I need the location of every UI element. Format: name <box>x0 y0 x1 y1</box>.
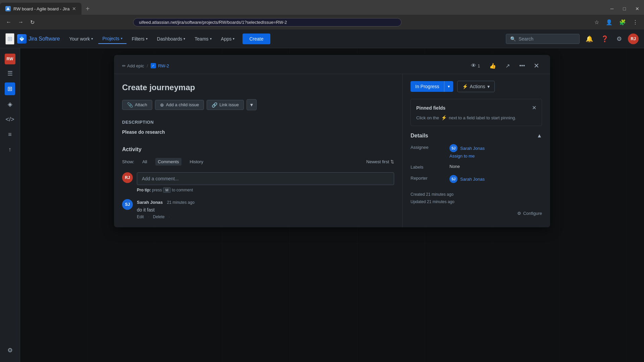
share-icon: ↗ <box>505 63 510 69</box>
issue-type-icon: ✓ <box>151 63 156 68</box>
notifications-button[interactable]: 🔔 <box>584 33 595 45</box>
share-button[interactable]: ↗ <box>502 61 513 71</box>
pinned-fields-hint: Click on the ⚡ next to a field label to … <box>416 115 536 120</box>
status-dropdown-button[interactable]: ▾ <box>444 81 453 92</box>
pinned-fields-title: Pinned fields <box>416 105 445 111</box>
chevron-down-icon: ▾ <box>233 37 234 41</box>
user-avatar[interactable]: RJ <box>628 34 639 44</box>
status-main-button[interactable]: In Progress <box>411 81 444 92</box>
extensions-button[interactable]: 🧩 <box>617 18 628 27</box>
ellipsis-icon: ••• <box>519 63 525 69</box>
back-button[interactable]: ← <box>4 18 13 26</box>
assign-to-me-link[interactable]: Assign to me <box>449 154 542 159</box>
main-content: RW ☰ ⊞ ◈ </> ≡ ↑ ⚙ ✏ Add epic / <box>0 48 644 362</box>
nav-item-your-work[interactable]: Your work ▾ <box>65 34 97 44</box>
comment-entry: SJ Sarah Jonas 21 minutes ago do it fast… <box>122 199 394 219</box>
pinned-fields-close-button[interactable]: ✕ <box>532 105 536 111</box>
comment-text: do it fast <box>137 207 394 213</box>
breadcrumb-issue[interactable]: ✓ RW-2 <box>151 63 169 68</box>
filter-comments-button[interactable]: Comments <box>155 158 182 166</box>
breadcrumb-add-epic[interactable]: ✏ Add epic <box>122 63 144 68</box>
profile-button[interactable]: 👤 <box>604 18 614 27</box>
show-label: Show: <box>122 159 134 164</box>
nav-item-filters[interactable]: Filters ▾ <box>128 34 152 44</box>
more-actions-button[interactable]: ▾ <box>247 99 257 110</box>
labels-label: Labels <box>411 164 444 170</box>
created-timestamp: Created 21 minutes ago <box>411 191 542 198</box>
reporter-user: SJ Sarah Jonas <box>449 175 542 183</box>
modal-close-button[interactable]: ✕ <box>531 60 542 71</box>
edit-comment-button[interactable]: Edit <box>137 215 144 219</box>
close-window-button[interactable]: ✕ <box>631 6 644 11</box>
maximize-button[interactable]: □ <box>619 6 631 11</box>
watch-button[interactable]: 👁 1 <box>468 61 483 71</box>
new-tab-button[interactable]: + <box>83 5 92 13</box>
sidebar-icon-board[interactable]: ☰ <box>5 67 15 80</box>
sidebar-icon-list[interactable]: ≡ <box>5 128 14 141</box>
comment-content: Sarah Jonas 21 minutes ago do it fast Ed… <box>137 199 394 219</box>
issue-title: Create journeymap <box>122 82 394 93</box>
reporter-value: SJ Sarah Jonas <box>449 175 542 183</box>
forward-button[interactable]: → <box>16 18 25 26</box>
chevron-down-icon: ▾ <box>121 37 122 40</box>
tab-close-btn[interactable]: ✕ <box>72 6 76 11</box>
sidebar-icon-settings[interactable]: ⚙ <box>5 344 15 357</box>
browser-tab[interactable]: RW board - Agile board - Jira ✕ <box>0 3 82 15</box>
search-icon: 🔍 <box>510 36 516 42</box>
detail-row-labels: Labels None <box>411 164 542 170</box>
timestamps: Created 21 minutes ago Updated 21 minute… <box>411 191 542 205</box>
nav-item-apps[interactable]: Apps ▾ <box>217 34 239 44</box>
browser-menu-button[interactable]: ⋮ <box>631 18 640 27</box>
browser-chrome: RW board - Agile board - Jira ✕ + ─ □ ✕ … <box>0 0 644 29</box>
bookmark-button[interactable]: ☆ <box>592 18 601 27</box>
actions-chevron-icon: ▾ <box>487 84 490 89</box>
nav-item-teams[interactable]: Teams ▾ <box>191 34 215 44</box>
breadcrumb-separator: / <box>147 63 148 68</box>
modal-actions: 👁 1 👍 ↗ ••• ✕ <box>468 60 542 71</box>
comment-input[interactable]: Add a comment... <box>137 172 394 185</box>
nav-item-projects[interactable]: Projects ▾ <box>98 34 126 44</box>
collapse-icon: ▲ <box>537 133 542 139</box>
sidebar-project-icon[interactable]: RW <box>5 54 15 64</box>
add-child-issue-button[interactable]: ⊕ Add a child issue <box>155 100 204 110</box>
breadcrumb: ✏ Add epic / ✓ RW-2 <box>122 63 169 68</box>
assignee-label: Assignee <box>411 144 444 150</box>
status-actions-row: In Progress ▾ ⚡ Actions ▾ <box>411 81 542 92</box>
help-button[interactable]: ❓ <box>599 33 610 45</box>
like-button[interactable]: 👍 <box>486 61 499 71</box>
link-issue-button[interactable]: 🔗 Link issue <box>207 100 244 110</box>
create-button[interactable]: Create <box>243 34 270 44</box>
description-text: Please do research <box>122 129 394 136</box>
assignee-name[interactable]: Sarah Jonas <box>460 146 485 151</box>
modal-header: ✏ Add epic / ✓ RW-2 👁 1 <box>114 55 550 74</box>
reporter-name[interactable]: Sarah Jonas <box>460 177 485 182</box>
tab-title: RW board - Agile board - Jira <box>13 6 69 11</box>
search-box[interactable]: 🔍 Search <box>506 34 580 44</box>
comment-actions: Edit · Delete · <box>137 215 394 219</box>
sidebar-icon-releases[interactable]: ↑ <box>6 143 14 156</box>
filter-all-button[interactable]: All <box>140 158 150 166</box>
details-title: Details <box>411 133 428 139</box>
configure-button[interactable]: ⚙ Configure <box>517 211 542 216</box>
more-options-button[interactable]: ••• <box>516 61 528 71</box>
address-input[interactable] <box>133 18 401 26</box>
jira-nav: ⊞ Jira Software Your work ▾ Projects ▾ F… <box>0 29 644 48</box>
reporter-label: Reporter <box>411 175 444 181</box>
sidebar-icon-code[interactable]: </> <box>3 113 17 126</box>
minimize-button[interactable]: ─ <box>606 6 619 11</box>
filter-history-button[interactable]: History <box>187 158 206 166</box>
reload-button[interactable]: ↻ <box>28 18 37 27</box>
attach-button[interactable]: 📎 Attach <box>122 100 152 110</box>
delete-comment-button[interactable]: Delete <box>153 215 165 219</box>
window-controls: ─ □ ✕ <box>606 6 644 11</box>
assignee-user: SJ Sarah Jonas <box>449 144 542 152</box>
actions-button[interactable]: ⚡ Actions ▾ <box>457 81 495 92</box>
sidebar-icon-issues[interactable]: ◈ <box>5 98 15 111</box>
settings-button[interactable]: ⚙ <box>614 33 624 45</box>
nav-items: Your work ▾ Projects ▾ Filters ▾ Dashboa… <box>65 34 270 44</box>
sidebar-icon-kanban[interactable]: ⊞ <box>5 82 15 95</box>
nav-item-dashboards[interactable]: Dashboards ▾ <box>153 34 190 44</box>
sort-newest-first[interactable]: Newest first ⇅ <box>366 159 394 164</box>
details-header[interactable]: Details ▲ <box>411 133 542 139</box>
grid-icon-button[interactable]: ⊞ <box>5 33 14 45</box>
